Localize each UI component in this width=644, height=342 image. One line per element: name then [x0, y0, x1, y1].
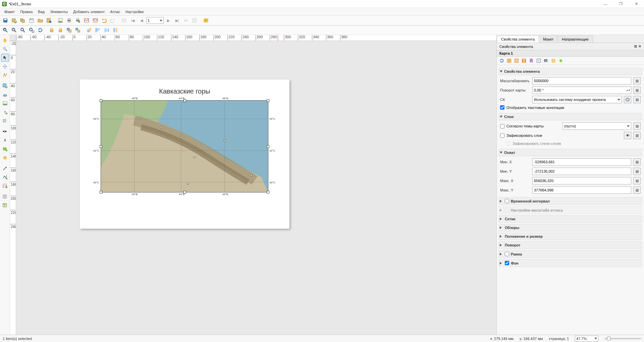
maximize-button[interactable]: ❐: [613, 0, 629, 8]
handle-nw[interactable]: [100, 99, 102, 102]
zoom-slider-thumb[interactable]: [607, 337, 610, 341]
atlas-print-button[interactable]: [182, 16, 190, 24]
handle-ne[interactable]: [267, 99, 269, 102]
section-grids[interactable]: Сетки: [499, 215, 642, 223]
section-main-props[interactable]: Свойства элемента: [499, 68, 642, 75]
zoom-tool[interactable]: 🔍: [1, 45, 9, 53]
zoom-full-button[interactable]: [19, 26, 27, 34]
print-atlas-button[interactable]: [74, 16, 82, 24]
resize-button[interactable]: [111, 26, 119, 34]
theme-override-button[interactable]: ⊟: [633, 122, 641, 130]
group-button[interactable]: [65, 26, 73, 34]
add-html-tool[interactable]: </>: [1, 182, 9, 190]
atlas-prev-button[interactable]: ◀: [138, 16, 146, 24]
maxy-input[interactable]: 377864,998: [532, 186, 631, 194]
minimize-button[interactable]: —: [598, 0, 613, 8]
atlas-page-combo[interactable]: 1: [146, 17, 164, 24]
add-nodeitem-tool[interactable]: [1, 173, 9, 181]
section-layers[interactable]: Слои: [499, 113, 642, 120]
background-checkbox[interactable]: [505, 261, 509, 265]
crs-combo[interactable]: Использовать систему координат проекта: [532, 96, 622, 103]
horizontal-ruler[interactable]: -80-60-40-200204060801001201401601802002…: [16, 35, 496, 41]
duplicate-layout-button[interactable]: [19, 16, 27, 24]
labeling-button[interactable]: ab: [543, 58, 549, 64]
theme-button[interactable]: [558, 58, 564, 64]
add-picture-tool[interactable]: [1, 99, 9, 107]
add-marker-tool[interactable]: [1, 154, 9, 162]
atlas-export-button[interactable]: [191, 16, 199, 24]
maxx-input[interactable]: 656036,320: [532, 177, 631, 184]
rotation-input[interactable]: 0,00 °▲▼: [532, 87, 631, 94]
lock-layers-override-button[interactable]: ⊟: [633, 132, 641, 139]
atlas-toggle-button[interactable]: [120, 16, 128, 24]
zoom-slider[interactable]: [604, 338, 641, 339]
zoom-combo[interactable]: 47.7%: [575, 336, 598, 342]
tab-layout[interactable]: Макет: [539, 36, 558, 43]
page[interactable]: Кавказские горы: [80, 79, 289, 229]
follow-theme-checkbox[interactable]: [500, 124, 504, 128]
set-extent-button[interactable]: [506, 58, 512, 64]
zoom-in-button[interactable]: +: [1, 26, 9, 34]
tab-guides[interactable]: Направляющие: [557, 36, 593, 43]
add-fixedtable-tool[interactable]: [1, 201, 9, 209]
tab-item-properties[interactable]: Свойства элемента: [497, 36, 539, 43]
maxy-override-button[interactable]: ⊟: [633, 186, 641, 194]
lock-layers-eye-button[interactable]: 👁: [624, 132, 631, 139]
save-button[interactable]: [1, 16, 9, 24]
menu-view[interactable]: Вид: [36, 9, 47, 15]
crs-picker-button[interactable]: [624, 96, 631, 103]
menu-settings[interactable]: Настройки: [123, 9, 146, 15]
close-panel-icon[interactable]: ✕: [638, 44, 641, 49]
rotation-override-button[interactable]: ⊟: [633, 87, 641, 94]
lock-button[interactable]: [48, 26, 56, 34]
new-layout-button[interactable]: +: [10, 16, 18, 24]
zoom-out-button[interactable]: -: [10, 26, 18, 34]
section-background[interactable]: Фон: [499, 259, 642, 267]
select-tool[interactable]: [1, 54, 9, 62]
edit-nodes-tool[interactable]: [1, 71, 9, 79]
align-button[interactable]: [94, 26, 102, 34]
zoom-actual-button[interactable]: [28, 26, 36, 34]
clip-button[interactable]: [550, 58, 556, 64]
add-shape-tool[interactable]: [1, 145, 9, 153]
section-position[interactable]: Положение и размер: [499, 233, 642, 240]
handle-n[interactable]: [183, 99, 186, 102]
undock-icon[interactable]: ⧉: [634, 44, 637, 49]
export-svg-button[interactable]: SVG: [83, 16, 91, 24]
section-temporal[interactable]: Временной интервал: [499, 197, 642, 205]
pan-tool[interactable]: ✋: [1, 36, 9, 44]
export-pdf-button[interactable]: PDF: [91, 16, 99, 24]
miny-input[interactable]: -272135,002: [532, 168, 631, 175]
menu-items[interactable]: Элементы: [48, 9, 70, 15]
add-map-tool[interactable]: +: [1, 82, 9, 90]
interactive-edit-button[interactable]: [536, 58, 542, 64]
minx-input[interactable]: -528963,681: [532, 158, 631, 166]
move-content-tool[interactable]: [1, 62, 9, 70]
redo-button[interactable]: [109, 16, 117, 24]
handle-sw[interactable]: [100, 191, 102, 193]
save-template-button[interactable]: [45, 16, 53, 24]
view-extent-button[interactable]: [514, 58, 520, 64]
draw-annotations-checkbox[interactable]: [500, 105, 504, 110]
scale-input[interactable]: 5000000: [532, 77, 631, 84]
add-3dmap-tool[interactable]: [1, 91, 9, 99]
undo-button[interactable]: [100, 16, 108, 24]
layout-manager-button[interactable]: [28, 16, 36, 24]
layout-canvas[interactable]: Кавказские горы: [16, 41, 496, 335]
add-attrtable-tool[interactable]: [1, 192, 9, 201]
handle-s[interactable]: [183, 191, 186, 193]
add-legend-tool[interactable]: [1, 117, 9, 125]
bookmarks-button[interactable]: [528, 58, 534, 64]
section-frame[interactable]: Рамка: [499, 250, 642, 258]
raise-button[interactable]: [85, 26, 93, 34]
menu-layout[interactable]: Макет: [2, 9, 17, 15]
vertical-ruler[interactable]: -20020406080100120140160180200220240: [10, 41, 16, 335]
print-button[interactable]: [65, 16, 73, 24]
temporal-checkbox[interactable]: [505, 199, 509, 203]
section-atlas[interactable]: Настройки масштаба атласа: [499, 206, 642, 214]
menu-add-item[interactable]: Добавить элемент: [71, 9, 107, 15]
distribute-button[interactable]: [103, 26, 111, 34]
add-northarrow-tool[interactable]: [1, 136, 9, 144]
section-overviews[interactable]: Обзоры: [499, 224, 642, 231]
ungroup-button[interactable]: [74, 26, 82, 34]
